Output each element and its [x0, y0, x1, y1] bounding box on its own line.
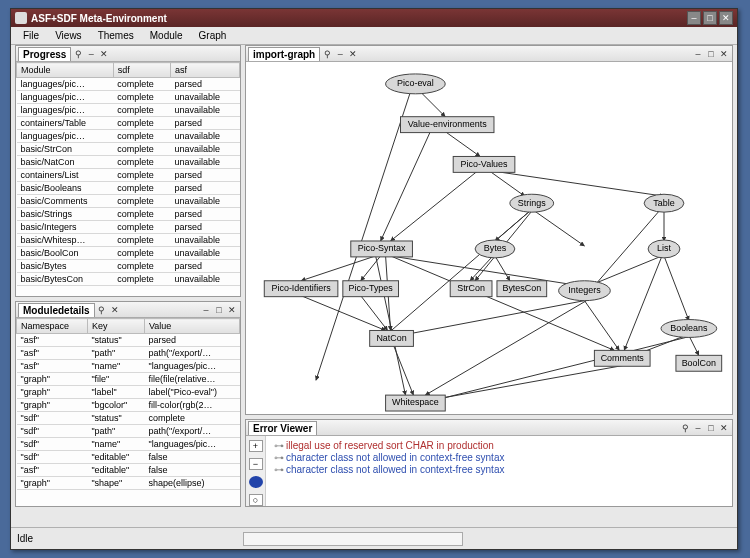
- progress-title: Progress: [18, 47, 71, 61]
- table-row[interactable]: containers/Listcompleteparsed: [17, 169, 240, 182]
- menu-graph[interactable]: Graph: [191, 28, 235, 43]
- close-icon[interactable]: ✕: [98, 48, 110, 60]
- pin-icon[interactable]: ⚲: [96, 304, 108, 316]
- node-strcon[interactable]: StrCon: [450, 281, 492, 297]
- table-row[interactable]: "asf""name""languages/pic…: [17, 360, 240, 373]
- panel-close-icon[interactable]: ✕: [718, 48, 730, 60]
- table-row[interactable]: "asf""path"path("/export/…: [17, 347, 240, 360]
- column-header[interactable]: Module: [17, 63, 114, 78]
- error-message[interactable]: ⊶character class not allowed in context-…: [274, 464, 724, 475]
- progress-body[interactable]: Modulesdfasflanguages/pic…completeparsed…: [16, 62, 240, 296]
- moduledetails-body[interactable]: NamespaceKeyValue"asf""status"parsed"asf…: [16, 318, 240, 506]
- node-integers[interactable]: Integers: [559, 281, 611, 301]
- menu-module[interactable]: Module: [142, 28, 191, 43]
- table-row[interactable]: basic/Stringscompleteparsed: [17, 208, 240, 221]
- node-table[interactable]: Table: [644, 194, 684, 212]
- node-whitespace[interactable]: Whitespace: [386, 395, 446, 411]
- error-message[interactable]: ⊶illegal use of reserved sort CHAR in pr…: [274, 440, 724, 451]
- max-icon[interactable]: □: [213, 304, 225, 316]
- node-natcon[interactable]: NatCon: [370, 330, 414, 346]
- node-bytescon[interactable]: BytesCon: [497, 281, 547, 297]
- graph-canvas[interactable]: Pico-eval Value-environments Pico-Values…: [246, 62, 732, 414]
- import-graph-body[interactable]: Pico-eval Value-environments Pico-Values…: [246, 62, 732, 414]
- node-pico-values[interactable]: Pico-Values: [453, 156, 515, 172]
- column-header[interactable]: sdf: [113, 63, 170, 78]
- table-row[interactable]: containers/Tablecompleteparsed: [17, 117, 240, 130]
- column-header[interactable]: asf: [171, 63, 240, 78]
- table-row[interactable]: basic/Whitesp…completeunavailable: [17, 234, 240, 247]
- import-graph-header[interactable]: import-graph ⚲ – ✕ – □ ✕: [246, 46, 732, 62]
- max-icon[interactable]: □: [705, 422, 717, 434]
- table-row[interactable]: "graph""bgcolor"fill-color(rgb(2…: [17, 399, 240, 412]
- close-icon[interactable]: ✕: [347, 48, 359, 60]
- table-row[interactable]: basic/BytesConcompleteunavailable: [17, 273, 240, 286]
- menu-themes[interactable]: Themes: [90, 28, 142, 43]
- table-row[interactable]: languages/pic…completeunavailable: [17, 130, 240, 143]
- node-booleans[interactable]: Booleans: [661, 320, 717, 338]
- close-icon[interactable]: ✕: [718, 422, 730, 434]
- table-row[interactable]: "sdf""status"complete: [17, 412, 240, 425]
- table-row[interactable]: basic/BoolConcompleteunavailable: [17, 247, 240, 260]
- pin-icon[interactable]: ⚲: [679, 422, 691, 434]
- min-icon[interactable]: –: [200, 304, 212, 316]
- minimize-button[interactable]: –: [687, 11, 701, 25]
- titlebar[interactable]: ASF+SDF Meta-Environment – □ ✕: [11, 9, 737, 27]
- table-row[interactable]: basic/Bytescompleteparsed: [17, 260, 240, 273]
- svg-line-5: [391, 171, 478, 241]
- zoom-out-icon[interactable]: −: [249, 458, 263, 470]
- column-header[interactable]: Key: [87, 319, 144, 334]
- node-pico-identifiers[interactable]: Pico-Identifiers: [264, 281, 338, 297]
- pin-icon[interactable]: ⚲: [72, 48, 84, 60]
- node-bytes[interactable]: Bytes: [475, 240, 515, 258]
- moduledetails-title: Moduledetails: [18, 303, 95, 317]
- table-row[interactable]: basic/NatConcompleteunavailable: [17, 156, 240, 169]
- node-pico-types[interactable]: Pico-Types: [343, 281, 399, 297]
- table-row[interactable]: "graph""file"file(file(relative…: [17, 373, 240, 386]
- svg-line-18: [376, 256, 406, 395]
- zoom-in-icon[interactable]: +: [249, 440, 263, 452]
- close-icon[interactable]: ✕: [109, 304, 121, 316]
- table-row[interactable]: languages/pic…completeunavailable: [17, 104, 240, 117]
- table-row[interactable]: "sdf""editable"false: [17, 451, 240, 464]
- table-row[interactable]: basic/Booleanscompleteparsed: [17, 182, 240, 195]
- table-row[interactable]: "sdf""path"path("/export/…: [17, 425, 240, 438]
- table-row[interactable]: basic/Commentscompleteunavailable: [17, 195, 240, 208]
- node-strings[interactable]: Strings: [510, 194, 554, 212]
- node-pico-eval[interactable]: Pico-eval: [386, 74, 446, 94]
- table-row[interactable]: "graph""shape"shape(ellipse): [17, 477, 240, 490]
- panel-min-icon[interactable]: –: [692, 48, 704, 60]
- record-icon[interactable]: [249, 476, 263, 488]
- close-button[interactable]: ✕: [719, 11, 733, 25]
- error-viewer-header[interactable]: Error Viewer ⚲ – □ ✕: [246, 420, 732, 436]
- maximize-button[interactable]: □: [703, 11, 717, 25]
- table-row[interactable]: "asf""editable"false: [17, 464, 240, 477]
- close2-icon[interactable]: ✕: [226, 304, 238, 316]
- moduledetails-table: NamespaceKeyValue"asf""status"parsed"asf…: [16, 318, 240, 490]
- moduledetails-header[interactable]: Moduledetails ⚲ ✕ – □ ✕: [16, 302, 240, 318]
- table-row[interactable]: "graph""label"label("Pico-eval"): [17, 386, 240, 399]
- table-row[interactable]: basic/Integerscompleteparsed: [17, 221, 240, 234]
- error-messages[interactable]: ⊶illegal use of reserved sort CHAR in pr…: [266, 436, 732, 506]
- error-message[interactable]: ⊶character class not allowed in context-…: [274, 452, 724, 463]
- node-list[interactable]: List: [648, 240, 680, 258]
- node-value-environments[interactable]: Value-environments: [401, 117, 494, 133]
- min-icon[interactable]: –: [85, 48, 97, 60]
- progress-header[interactable]: Progress ⚲ – ✕: [16, 46, 240, 62]
- node-pico-syntax[interactable]: Pico-Syntax: [351, 241, 413, 257]
- table-row[interactable]: "sdf""name""languages/pic…: [17, 438, 240, 451]
- panel-max-icon[interactable]: □: [705, 48, 717, 60]
- option-icon[interactable]: ○: [249, 494, 263, 506]
- column-header[interactable]: Value: [144, 319, 239, 334]
- menu-views[interactable]: Views: [47, 28, 90, 43]
- column-header[interactable]: Namespace: [17, 319, 88, 334]
- node-comments[interactable]: Comments: [594, 350, 650, 366]
- pin-icon[interactable]: ⚲: [321, 48, 333, 60]
- min-icon[interactable]: –: [692, 422, 704, 434]
- table-row[interactable]: "asf""status"parsed: [17, 334, 240, 347]
- min-icon[interactable]: –: [334, 48, 346, 60]
- table-row[interactable]: languages/pic…completeunavailable: [17, 91, 240, 104]
- node-boolcon[interactable]: BoolCon: [676, 355, 722, 371]
- menu-file[interactable]: File: [15, 28, 47, 43]
- table-row[interactable]: basic/StrConcompleteunavailable: [17, 143, 240, 156]
- table-row[interactable]: languages/pic…completeparsed: [17, 78, 240, 91]
